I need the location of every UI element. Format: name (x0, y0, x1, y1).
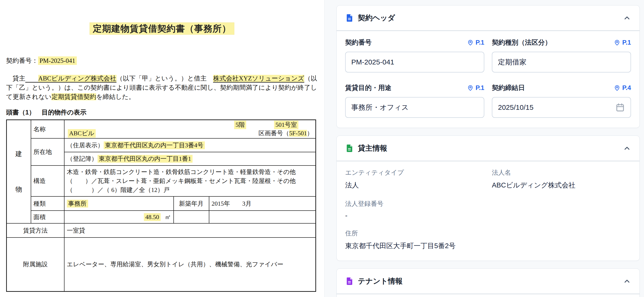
table-row: 所在地 （住居表示）東京都千代田区丸の内一丁目3番4号 (6, 138, 316, 152)
intro-lead: 貸主 (6, 75, 25, 82)
intro-blank-underline (25, 75, 38, 82)
room-highlight: 501号室 (274, 121, 298, 129)
chevron-up-icon (623, 14, 631, 22)
lease-purpose-input[interactable] (345, 97, 484, 118)
section-title: 貸主情報 (358, 143, 387, 153)
intro-gap (207, 75, 213, 82)
document-icon (345, 277, 354, 286)
method-row-value: 一室貸 (64, 223, 316, 238)
building-vertical-label: 建 物 (6, 120, 31, 224)
card-lessor-info: 貸主情報 エンティティタイプ 法人 法人名 ABCビルディング株式会社 (336, 136, 640, 261)
method-row-label: 賃貸方法 (6, 223, 64, 238)
contract-type-input[interactable] (492, 52, 631, 72)
property-section-heading: 頭書（1） 目的物件の表示 (6, 108, 318, 117)
registry-address: （登記簿）東京都千代田区丸の内一丁目1番1 (64, 152, 316, 166)
map-pin-icon (614, 39, 620, 46)
contract-intro-paragraph: 貸主 ABCビルディング株式会社（以下「甲」という。）と借主 株式会社XYZソリ… (6, 74, 317, 101)
tenant-name-highlight: 株式会社XYZソリューションズ (213, 75, 304, 83)
facilities-row-value: エレベーター、専用給湯室、男女別トイレ（共用）、機械警備、光ファイバー (64, 238, 316, 291)
built-date-value: 2015年 3月 (209, 196, 316, 211)
card-contract-header-body: 契約番号 P.1 契約種別（法区分） (337, 31, 640, 128)
area-empty-cell-1 (174, 211, 209, 223)
document-icon (345, 144, 354, 153)
section-no-highlight: 5F-501 (289, 130, 307, 137)
app-root: 定期建物賃貸借契約書（事務所） 契約番号：PM-2025-041 貸主 ABCビ… (0, 0, 644, 297)
location-row-label: 所在地 (31, 138, 64, 166)
card-contract-header-toggle[interactable]: 契約ヘッダ (337, 5, 640, 31)
collapse-section-button[interactable] (623, 277, 631, 285)
contract-number-highlight: PM-2025-041 (38, 56, 77, 65)
document-icon (345, 14, 354, 22)
lessor-name-highlight: ABCビルディング株式会社 (38, 75, 116, 82)
built-date-label: 新築年月 (174, 196, 209, 211)
field-lease-purpose: 賃貸目的・用途 P.1 (345, 83, 484, 118)
intro-tail: を締結した。 (96, 93, 135, 100)
card-lessor-body: エンティティタイプ 法人 法人名 ABCビルディング株式会社 法人登録番号 - … (337, 161, 640, 261)
field-label: 契約番号 (345, 38, 372, 47)
readonly-field-corporate-name: 法人名 ABCビルディング株式会社 (492, 168, 631, 190)
document-title: 定期建物賃貸借契約書（事務所） (6, 23, 318, 35)
registry-address-highlight: 東京都千代田区丸の内一丁目1番1 (98, 155, 193, 163)
contract-date-input[interactable]: 2025/10/15 (492, 97, 631, 118)
type-row-label: 種類 (31, 196, 64, 211)
collapse-section-button[interactable] (623, 144, 631, 152)
area-row-label: 面積 (31, 211, 64, 223)
map-pin-icon (614, 84, 620, 91)
section-title: テナント情報 (358, 276, 402, 286)
readonly-field-entity-type: エンティティタイプ 法人 (345, 168, 484, 190)
section-title: 契約ヘッダ (358, 13, 395, 23)
section-number: 区画番号（5F-501） (258, 130, 313, 137)
field-contract-number: 契約番号 P.1 (345, 38, 484, 72)
term-lease-highlight: 定期賃貸借契約 (52, 93, 96, 100)
contract-number-line: 契約番号：PM-2025-041 (6, 56, 318, 65)
area-empty-cell-2 (209, 211, 316, 223)
calendar-icon (616, 103, 625, 112)
facilities-row-label: 附属施設 (6, 238, 64, 291)
page-reference-badge[interactable]: P.1 (614, 39, 631, 46)
collapse-section-button[interactable] (623, 14, 631, 22)
chevron-up-icon (623, 144, 631, 152)
building-name-highlight: ABCビル (68, 129, 96, 138)
floor-highlight: 5階 (234, 121, 246, 129)
document-title-highlight: 定期建物賃貸借契約書（事務所） (90, 22, 234, 35)
table-row: 面積 48.50㎡ (6, 211, 316, 223)
field-label: 契約種別（法区分） (492, 38, 552, 47)
table-row: 種類 事務所 新築年月 2015年 3月 (6, 196, 316, 211)
field-contract-date: 契約締結日 P.4 2025/10/15 (492, 83, 631, 118)
chevron-up-icon (623, 277, 631, 285)
type-highlight: 事務所 (67, 200, 88, 208)
readonly-field-corporate-reg-number: 法人登録番号 - (345, 200, 631, 220)
table-row: 附属施設 エレベーター、専用給湯室、男女別トイレ（共用）、機械警備、光ファイバー (6, 238, 316, 291)
field-contract-type: 契約種別（法区分） P.1 (492, 38, 631, 72)
card-contract-header: 契約ヘッダ 契約番号 P.1 (336, 5, 640, 128)
page-reference-badge[interactable]: P.1 (467, 84, 484, 92)
field-label: 賃貸目的・用途 (345, 83, 392, 92)
page-reference-badge[interactable]: P.1 (467, 39, 484, 46)
map-pin-icon (467, 84, 474, 91)
name-row-value: 5階 501号室 ABCビル 区画番号（5F-501） (64, 120, 316, 139)
residence-address-highlight: 東京都千代田区丸の内一丁目3番4号 (104, 141, 205, 149)
intro-mid1: （以下「甲」という。）と借主 (116, 75, 207, 82)
map-pin-icon (467, 39, 474, 46)
card-tenant-body: エンティティタイプ 法人 法人名 株式会社XYZソリューションズ (337, 294, 640, 297)
document-viewer: 定期建物賃貸借契約書（事務所） 契約番号：PM-2025-041 貸主 ABCビ… (0, 0, 324, 297)
structure-row-label: 構造 (31, 166, 64, 196)
residence-address: （住居表示）東京都千代田区丸の内一丁目3番4号 (64, 138, 316, 152)
card-lessor-header-toggle[interactable]: 貸主情報 (337, 136, 640, 161)
table-row: 建 物 名称 5階 501号室 ABCビル 区画番号（5F-501） (6, 120, 316, 139)
name-row-label: 名称 (31, 120, 64, 139)
readonly-field-address: 住所 東京都千代田区大手町一丁目5番2号 (345, 229, 631, 251)
area-row-value: 48.50㎡ (64, 211, 174, 223)
table-row: 賃貸方法 一室貸 (6, 223, 316, 238)
area-highlight: 48.50 (144, 213, 161, 221)
structure-row-value: 木造・鉄骨・鉄筋コンクリート造・鉄骨鉄筋コンクリート造・軽量鉄骨造・その他 （ … (64, 166, 316, 196)
table-row: 構造 木造・鉄骨・鉄筋コンクリート造・鉄骨鉄筋コンクリート造・軽量鉄骨造・その他… (6, 166, 316, 196)
field-label: 契約締結日 (492, 83, 525, 92)
page-reference-badge[interactable]: P.4 (614, 84, 631, 92)
area-unit: ㎡ (165, 214, 171, 221)
card-tenant-header-toggle[interactable]: テナント情報 (337, 269, 640, 294)
contract-number-label: 契約番号： (6, 57, 38, 64)
card-tenant-info: テナント情報 エンティティタイプ 法人 法人名 株式会社XYZソリューションズ (336, 269, 640, 297)
property-table: 建 物 名称 5階 501号室 ABCビル 区画番号（5F-501） (6, 119, 316, 292)
contract-number-input[interactable] (345, 52, 484, 72)
